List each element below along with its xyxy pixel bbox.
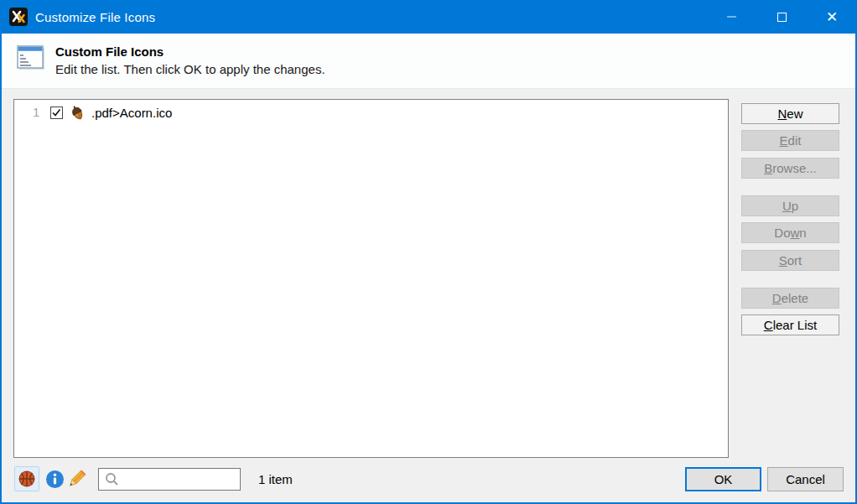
minimize-button[interactable]	[706, 0, 756, 34]
cancel-button[interactable]: Cancel	[767, 467, 844, 491]
page-subtitle: Edit the list. Then click OK to apply th…	[55, 62, 325, 76]
clear-list-button[interactable]: Clear List	[741, 314, 839, 335]
new-button[interactable]: New	[741, 103, 839, 124]
basketball-icon	[18, 470, 36, 488]
item-label: .pdf>Acorn.ico	[91, 106, 172, 120]
close-icon: ✕	[826, 10, 838, 24]
maximize-button[interactable]	[756, 0, 807, 34]
ok-button[interactable]: OK	[685, 467, 761, 491]
browse-button[interactable]: Browse...	[741, 158, 839, 179]
xyplorer-logo-icon	[9, 8, 28, 26]
window-title: Customize File Icons	[35, 10, 155, 24]
row-index: 1	[14, 106, 39, 119]
check-icon	[51, 107, 62, 118]
minimize-icon	[727, 16, 736, 18]
search-input[interactable]	[98, 468, 241, 491]
edit-button[interactable]: Edit	[741, 130, 839, 151]
info-icon	[45, 470, 65, 489]
item-checkbox[interactable]	[50, 107, 63, 119]
dialog-list-icon	[16, 44, 46, 71]
edit-toggle[interactable]	[64, 466, 89, 491]
delete-button[interactable]: Delete	[741, 288, 839, 309]
header: Custom File Icons Edit the list. Then cl…	[2, 34, 855, 89]
file-icon-list[interactable]: 1 .pdf>Acorn.ico	[13, 99, 729, 458]
basketball-toggle[interactable]	[14, 466, 39, 491]
list-item[interactable]: 1 .pdf>Acorn.ico	[14, 100, 728, 123]
acorn-icon	[69, 104, 86, 121]
sort-button[interactable]: Sort	[741, 250, 839, 271]
item-count: 1 item	[258, 472, 293, 486]
titlebar: Customize File Icons ✕	[0, 0, 857, 34]
close-button[interactable]: ✕	[807, 0, 857, 34]
pencil-icon	[65, 468, 87, 490]
up-button[interactable]: Up	[741, 195, 839, 216]
down-button[interactable]: Down	[741, 222, 839, 243]
page-title: Custom File Icons	[55, 44, 164, 59]
caption-controls: ✕	[706, 0, 857, 34]
search-box	[98, 468, 241, 491]
customize-file-icons-dialog: Customize File Icons ✕ Custom File Icons…	[0, 0, 857, 504]
maximize-icon	[777, 13, 787, 22]
